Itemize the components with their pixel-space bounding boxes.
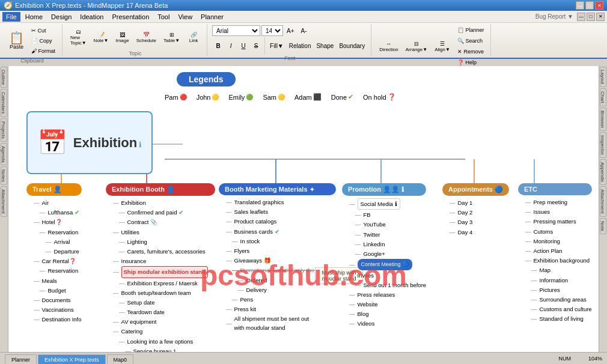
clipboard-buttons: 📋 Paste ✂ Cut 📄 Copy 🖌 Format bbox=[6, 25, 58, 56]
ribbon-font: Arial 14 A+ A- B I U S Fill▼ Relation Sh… bbox=[209, 24, 371, 56]
maximize-button[interactable]: □ bbox=[585, 1, 594, 10]
menu-view[interactable]: View bbox=[174, 12, 196, 22]
align-label: Align▼ bbox=[435, 47, 450, 52]
travel-reservation: Reservation bbox=[26, 228, 82, 237]
remove-button[interactable]: ✕ Remove bbox=[454, 47, 487, 56]
side-tab-calendars[interactable]: Calendars bbox=[1, 89, 7, 117]
minimize-button[interactable]: — bbox=[576, 1, 584, 10]
bold-button[interactable]: B bbox=[212, 40, 224, 51]
etc-exhibition-bg: Exhibition background bbox=[518, 256, 592, 265]
topic-label: Topic bbox=[129, 49, 142, 56]
strikethrough-button[interactable]: S bbox=[250, 40, 262, 51]
table-label: Table▼ bbox=[163, 38, 180, 43]
title-bar-buttons[interactable]: — □ ✕ bbox=[576, 1, 603, 10]
etc-action-plan: Action Plan bbox=[518, 246, 592, 255]
direction-icon: ↔ bbox=[386, 41, 391, 47]
increase-font-button[interactable]: A+ bbox=[284, 25, 297, 36]
appointments-items: Day 1 Day 2 Day 3 Day 4 bbox=[442, 196, 509, 237]
booth-marketing-section: Booth Marketing Materials ✦ Translated g… bbox=[219, 183, 336, 333]
promo-linkedin: LinkedIn bbox=[342, 240, 426, 249]
travel-budget: Budget bbox=[26, 286, 82, 295]
close-btn2[interactable]: ✕ bbox=[596, 13, 605, 21]
menu-design[interactable]: Design bbox=[47, 12, 75, 22]
max-btn[interactable]: □ bbox=[587, 13, 595, 21]
side-tab-layout[interactable]: Layout bbox=[600, 67, 606, 87]
side-tab-notes[interactable]: Notes bbox=[1, 166, 7, 185]
side-tab-chart[interactable]: Chart bbox=[600, 88, 606, 106]
new-topic-button[interactable]: 🗂 NewTopic▼ bbox=[67, 25, 90, 49]
mindmap-canvas[interactable]: Legends Pam 🔴 John 🟡 Emily 🟢 Sam 🟡 Adam bbox=[8, 66, 599, 352]
font-label: Font bbox=[284, 54, 295, 61]
legend-emily: Emily 🟢 bbox=[228, 94, 253, 101]
etc-cutoms: Cutoms bbox=[518, 227, 592, 236]
exhibition-booth-topic[interactable]: Exhibition Booth 👤 bbox=[106, 183, 215, 196]
menu-file[interactable]: File bbox=[2, 12, 20, 22]
side-tab-outline[interactable]: Outline bbox=[1, 67, 7, 88]
promo-fb: FB bbox=[342, 210, 426, 219]
boundary-button[interactable]: Boundary bbox=[337, 40, 367, 51]
etc-topic[interactable]: ETC bbox=[518, 183, 592, 195]
side-tab-agenda[interactable]: Agenda bbox=[1, 143, 7, 166]
adam-label: Adam bbox=[294, 94, 312, 101]
format-painter-button[interactable]: 🖌 Format bbox=[28, 46, 58, 56]
side-tab-attachment-left[interactable]: Attachment bbox=[1, 186, 7, 216]
booth-marketing-topic[interactable]: Booth Marketing Materials ✦ bbox=[219, 183, 336, 195]
bug-report-label: Bug Report ▼ bbox=[535, 13, 573, 20]
cut-button[interactable]: ✂ Cut bbox=[28, 26, 58, 35]
side-tab-note[interactable]: Note bbox=[600, 218, 606, 234]
relation-button[interactable]: Relation bbox=[287, 40, 314, 51]
tab-map0[interactable]: Map0 bbox=[107, 354, 134, 364]
side-tab-browser[interactable]: Browser bbox=[600, 108, 606, 131]
promotion-topic[interactable]: Promotion 👤👤 ℹ bbox=[342, 183, 426, 196]
paste-button[interactable]: 📋 Paste bbox=[6, 25, 27, 56]
note-button[interactable]: 📝 Note▼ bbox=[91, 25, 112, 49]
menu-presentation[interactable]: Presentation bbox=[108, 12, 153, 22]
etc-issues: Issues bbox=[518, 207, 592, 216]
menu-home[interactable]: Home bbox=[22, 12, 46, 22]
direction-button[interactable]: ↔ Direction bbox=[376, 34, 401, 58]
travel-car-reservation: Reservation bbox=[26, 266, 82, 275]
decrease-font-button[interactable]: A- bbox=[298, 25, 310, 36]
title-bar-left: 🧭 Exhibition X Prep.texts - MindMapper 1… bbox=[4, 1, 168, 10]
link-button[interactable]: 🔗 Link bbox=[184, 25, 203, 49]
schedule-button[interactable]: 📅 Schedule bbox=[133, 25, 159, 49]
italic-button[interactable]: I bbox=[225, 40, 237, 51]
menu-ideation[interactable]: Ideation bbox=[76, 12, 107, 22]
menu-planner[interactable]: Planner bbox=[197, 12, 227, 22]
align-button[interactable]: ☰ Align▼ bbox=[432, 34, 453, 58]
zoom-level: 104% bbox=[588, 356, 602, 362]
table-button[interactable]: ⊞ Table▼ bbox=[160, 25, 183, 49]
tab-exhibition[interactable]: Exhibition X Prep.texts bbox=[38, 354, 106, 364]
tab-planner[interactable]: Planner bbox=[5, 354, 37, 364]
side-tab-inspector[interactable]: Inspector bbox=[600, 132, 606, 158]
central-text-area: Exhibition ℹ bbox=[73, 135, 142, 151]
font-family-select[interactable]: Arial bbox=[212, 25, 260, 36]
legend-john: John 🟡 bbox=[197, 94, 219, 101]
min-btn[interactable]: — bbox=[577, 13, 585, 21]
font-size-select[interactable]: 14 bbox=[261, 25, 283, 36]
travel-items: Air Lufthansa ✔ Hotel ❓ Reservation Arri… bbox=[26, 196, 82, 324]
clipboard-label: Clipboard bbox=[20, 56, 44, 64]
menu-tool[interactable]: Tool bbox=[154, 12, 173, 22]
appointments-topic[interactable]: Appointments 🔵 bbox=[442, 183, 509, 196]
central-node[interactable]: 📅 Exhibition ℹ bbox=[26, 111, 153, 174]
arrange-button[interactable]: ⊟ Arrange▼ bbox=[403, 34, 430, 58]
search-button[interactable]: 🔍 Search bbox=[454, 36, 487, 46]
note-icon: 📝 bbox=[98, 32, 105, 38]
travel-topic[interactable]: Travel 👤 bbox=[26, 183, 82, 196]
planner-button[interactable]: 📋 Planner bbox=[454, 25, 487, 35]
underline-button[interactable]: U bbox=[237, 40, 249, 51]
eb-express: Exhibition Express / Maersk bbox=[106, 279, 215, 288]
copy-button[interactable]: 📄 Copy bbox=[28, 36, 58, 46]
app-icon: 🧭 bbox=[4, 1, 13, 10]
tab-bar: Planner Exhibition X Prep.texts Map0 bbox=[2, 353, 136, 364]
shape-button[interactable]: Shape bbox=[314, 40, 336, 51]
fill-color-button[interactable]: Fill▼ bbox=[267, 40, 286, 51]
john-label: John bbox=[197, 94, 211, 101]
image-button[interactable]: 🖼 Image bbox=[112, 25, 132, 49]
side-tab-appendix[interactable]: Appendix bbox=[600, 159, 606, 185]
side-tab-projects[interactable]: Projects bbox=[1, 118, 7, 142]
side-tab-attachment[interactable]: Attachment bbox=[600, 186, 606, 216]
bm-flyers: Flyers bbox=[219, 246, 336, 255]
close-button[interactable]: ✕ bbox=[595, 1, 603, 10]
